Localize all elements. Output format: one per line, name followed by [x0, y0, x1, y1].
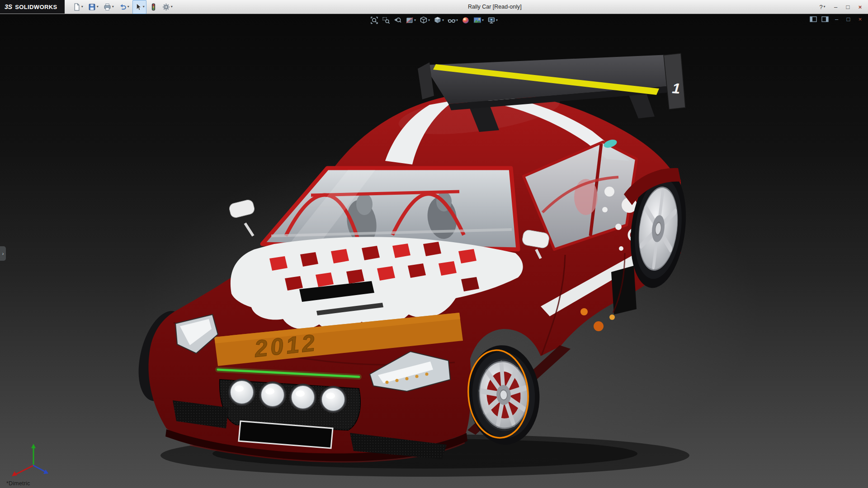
zoom-to-fit-icon	[370, 16, 378, 24]
dropdown-arrow-icon[interactable]: ▾	[414, 19, 416, 22]
window-title: Rally Car [Read-only]	[175, 4, 815, 10]
doc-restore-icon: □	[847, 16, 850, 23]
pane-right-toggle[interactable]	[821, 15, 829, 23]
close-button[interactable]: ×	[854, 2, 866, 12]
new-document-icon	[73, 3, 80, 11]
doc-minimize-icon: –	[835, 16, 838, 23]
split-pane-left-icon	[810, 16, 817, 22]
apply-scene-icon	[473, 16, 481, 24]
view-orientation-icon	[420, 16, 428, 24]
left-mirror[interactable]	[228, 199, 255, 236]
dropdown-arrow-icon[interactable]: ▾	[112, 5, 114, 9]
undo-icon	[119, 3, 127, 11]
undo-button[interactable]: ▾	[117, 0, 131, 14]
gear-icon	[162, 3, 170, 11]
select-cursor-icon	[134, 3, 142, 11]
brand-name: SOLIDWORKS	[15, 4, 57, 10]
reference-triad	[7, 442, 51, 480]
rebuild-button[interactable]	[148, 0, 159, 14]
print-button[interactable]: ▾	[102, 0, 116, 14]
help-button[interactable]: ? ▾	[815, 2, 830, 12]
new-document-button[interactable]: ▾	[71, 0, 85, 14]
previous-view-button[interactable]	[393, 15, 403, 25]
apply-scene-button[interactable]: ▾	[472, 15, 485, 25]
3ds-logo-icon: 3S	[5, 3, 12, 10]
heads-up-view-toolbar: ▾ ▾ ▾ ▾ ▾ ▾	[369, 15, 499, 25]
doc-close-button[interactable]: ×	[856, 15, 864, 23]
help-icon: ?	[819, 4, 822, 10]
document-window-controls: – □ ×	[809, 15, 864, 23]
restore-icon: □	[846, 4, 850, 10]
save-button[interactable]: ▾	[86, 0, 100, 14]
close-icon: ×	[859, 4, 862, 10]
edit-appearance-button[interactable]	[461, 15, 471, 25]
section-view-button[interactable]: ▾	[405, 15, 417, 25]
window-controls: ? ▾ – □ ×	[815, 2, 866, 12]
doc-close-icon: ×	[859, 16, 862, 23]
section-view-icon	[406, 16, 414, 24]
dropdown-arrow-icon[interactable]: ▾	[81, 5, 83, 9]
edit-appearance-icon	[462, 16, 470, 24]
minimize-button[interactable]: –	[830, 2, 842, 12]
wing-number-decal: 1	[672, 80, 681, 97]
print-icon	[104, 3, 111, 11]
dropdown-arrow-icon: ▾	[824, 5, 826, 9]
dropdown-arrow-icon[interactable]: ▾	[456, 19, 458, 22]
dropdown-arrow-icon[interactable]: ▾	[442, 19, 444, 22]
solidworks-logo: 3S SOLIDWORKS	[0, 0, 65, 14]
doc-restore-button[interactable]: □	[844, 15, 853, 23]
pane-left-toggle[interactable]	[809, 15, 817, 23]
view-settings-button[interactable]: ▾	[486, 15, 499, 25]
rally-car-model[interactable]: 2012	[0, 0, 868, 488]
display-style-icon	[434, 16, 442, 24]
view-settings-icon	[487, 16, 495, 24]
dropdown-arrow-icon[interactable]: ▾	[97, 5, 99, 9]
display-style-button[interactable]: ▾	[433, 15, 445, 25]
flyout-arrow-icon: ›	[2, 251, 4, 256]
zoom-to-area-icon	[382, 16, 390, 24]
view-orientation-button[interactable]: ▾	[419, 15, 431, 25]
dropdown-arrow-icon[interactable]: ▾	[482, 19, 484, 22]
dropdown-arrow-icon[interactable]: ▾	[171, 5, 173, 9]
dropdown-arrow-icon[interactable]: ▾	[428, 19, 430, 22]
dropdown-arrow-icon[interactable]: ▾	[127, 5, 129, 9]
hide-show-items-button[interactable]: ▾	[447, 15, 459, 25]
dropdown-arrow-icon[interactable]: ▾	[496, 19, 498, 22]
restore-button[interactable]: □	[842, 2, 854, 12]
hide-show-items-icon	[448, 16, 456, 24]
minimize-icon: –	[834, 4, 837, 10]
zoom-to-fit-button[interactable]	[369, 15, 379, 25]
select-button[interactable]: ▾	[132, 0, 146, 14]
dropdown-arrow-icon[interactable]: ▾	[143, 5, 145, 9]
rebuild-icon	[150, 3, 157, 11]
view-orientation-label: *Dimetric	[6, 480, 30, 487]
previous-view-icon	[394, 16, 402, 24]
options-button[interactable]: ▾	[160, 0, 175, 14]
doc-minimize-button[interactable]: –	[832, 15, 841, 23]
split-pane-right-icon	[821, 16, 829, 22]
titlebar: 3S SOLIDWORKS ▾ ▾ ▾ ▾ ▾ ▾ Ra	[0, 0, 868, 14]
standard-toolbar: ▾ ▾ ▾ ▾ ▾ ▾	[71, 0, 175, 14]
save-icon	[88, 3, 96, 11]
zoom-to-area-button[interactable]	[381, 15, 391, 25]
featuremanager-flyout-tab[interactable]: ›	[0, 246, 6, 261]
